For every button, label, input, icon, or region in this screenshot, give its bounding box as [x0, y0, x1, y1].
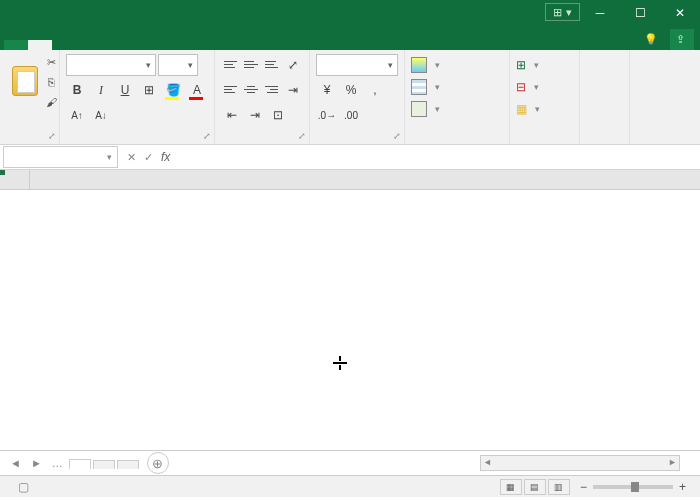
dialog-launcher-icon[interactable]: ⤢	[203, 131, 211, 141]
format-painter-button[interactable]: 🖌	[42, 94, 60, 110]
page-break-view-button[interactable]: ▥	[548, 479, 570, 495]
formula-bar[interactable]	[178, 147, 700, 167]
align-middle-button[interactable]	[241, 54, 260, 74]
share-button[interactable]: ⇪	[670, 29, 694, 50]
align-right-button[interactable]	[262, 79, 281, 99]
number-format-combo[interactable]: ▾	[316, 54, 398, 76]
normal-view-button[interactable]: ▦	[500, 479, 522, 495]
delete-cells-button[interactable]: ⊟▾	[516, 76, 573, 98]
tab-formulas[interactable]	[100, 40, 124, 50]
sheet-tab-active[interactable]	[69, 459, 91, 470]
underline-button[interactable]: U	[114, 79, 136, 101]
tab-file[interactable]	[4, 40, 28, 50]
group-editing	[580, 50, 630, 144]
phonetic-button[interactable]	[114, 104, 136, 126]
fill-color-button[interactable]: 🪣	[162, 79, 184, 101]
group-label	[66, 140, 208, 142]
new-sheet-button[interactable]: ⊕	[147, 452, 169, 474]
dialog-launcher-icon[interactable]: ⤢	[393, 131, 401, 141]
tab-page-layout[interactable]	[76, 40, 100, 50]
decrease-decimal-button[interactable]: .00	[340, 104, 362, 126]
cell-styles-button[interactable]: ▾	[411, 98, 503, 120]
group-label	[516, 140, 573, 142]
sheet-nav-more[interactable]: …	[48, 457, 67, 469]
tab-insert[interactable]	[52, 40, 76, 50]
ribbon-tabs: 💡 ⇪	[0, 25, 700, 50]
cut-button[interactable]: ✂	[42, 54, 60, 70]
bold-button[interactable]: B	[66, 79, 88, 101]
macro-record-icon[interactable]: ▢	[18, 480, 29, 494]
bulb-icon: 💡	[644, 33, 658, 46]
group-label	[6, 140, 53, 142]
font-size-combo[interactable]: ▾	[158, 54, 198, 76]
formula-bar-row: ▾ ✕ ✓ fx	[0, 145, 700, 170]
maximize-button[interactable]: ☐	[620, 0, 660, 25]
sheet-nav-next[interactable]: ►	[27, 457, 46, 469]
tab-developer[interactable]	[196, 40, 220, 50]
group-font: ▾ ▾ B I U ⊞ 🪣 A A↑ A↓ ⤢	[60, 50, 215, 144]
close-button[interactable]: ✕	[660, 0, 700, 25]
align-left-button[interactable]	[221, 79, 240, 99]
sheet-tab-sheet4[interactable]	[93, 460, 115, 469]
fx-icon[interactable]: fx	[161, 150, 170, 164]
group-styles: ▾ ▾ ▾	[405, 50, 510, 144]
zoom-out-button[interactable]: −	[580, 480, 587, 494]
group-clipboard: ✂ ⎘ 🖌 ⤢	[0, 50, 60, 144]
worksheet-grid[interactable]	[0, 170, 700, 450]
tab-home[interactable]	[28, 40, 52, 50]
group-label	[316, 140, 398, 142]
format-cells-button[interactable]: ▦▾	[516, 98, 573, 120]
paste-button[interactable]	[6, 54, 44, 109]
page-layout-view-button[interactable]: ▤	[524, 479, 546, 495]
group-cells: ⊞▾ ⊟▾ ▦▾	[510, 50, 580, 144]
decrease-indent-button[interactable]: ⇤	[221, 104, 243, 126]
sheet-tab-bar: ◄ ► … ⊕	[0, 450, 700, 475]
orientation-button[interactable]: ⤢	[282, 54, 303, 76]
align-center-button[interactable]	[241, 79, 260, 99]
cells-area[interactable]	[30, 190, 700, 450]
select-all-corner[interactable]	[0, 170, 30, 190]
name-box[interactable]: ▾	[3, 146, 118, 168]
zoom-slider[interactable]	[593, 485, 673, 489]
format-as-table-button[interactable]: ▾	[411, 76, 503, 98]
group-label	[411, 140, 503, 142]
ribbon-display-options[interactable]: ⊞ ▾	[545, 3, 580, 21]
tab-view[interactable]	[172, 40, 196, 50]
comma-button[interactable]: ,	[364, 79, 386, 101]
ribbon: ✂ ⎘ 🖌 ⤢ ▾ ▾ B I U ⊞ 🪣 A A↑ A↓ ⤢	[0, 50, 700, 145]
horizontal-scrollbar[interactable]	[480, 455, 680, 471]
insert-cells-button[interactable]: ⊞▾	[516, 54, 573, 76]
dialog-launcher-icon[interactable]: ⤢	[298, 131, 306, 141]
minimize-button[interactable]: ─	[580, 0, 620, 25]
clipboard-icon	[12, 66, 38, 96]
zoom-control[interactable]: − +	[580, 480, 692, 494]
copy-button[interactable]: ⎘	[42, 74, 60, 90]
align-bottom-button[interactable]	[262, 54, 281, 74]
tab-data[interactable]	[124, 40, 148, 50]
italic-button[interactable]: I	[90, 79, 112, 101]
tab-review[interactable]	[148, 40, 172, 50]
wrap-text-button[interactable]: ⇥	[282, 79, 303, 101]
align-top-button[interactable]	[221, 54, 240, 74]
increase-indent-button[interactable]: ⇥	[244, 104, 266, 126]
decrease-font-button[interactable]: A↓	[90, 104, 112, 126]
column-headers[interactable]	[30, 170, 700, 190]
merge-button[interactable]: ⊡	[267, 104, 289, 126]
cancel-icon[interactable]: ✕	[127, 151, 136, 164]
increase-font-button[interactable]: A↑	[66, 104, 88, 126]
zoom-in-button[interactable]: +	[679, 480, 686, 494]
conditional-formatting-button[interactable]: ▾	[411, 54, 503, 76]
border-button[interactable]: ⊞	[138, 79, 160, 101]
font-name-combo[interactable]: ▾	[66, 54, 156, 76]
title-bar: ⊞ ▾ ─ ☐ ✕	[0, 0, 700, 25]
sheet-nav-prev[interactable]: ◄	[6, 457, 25, 469]
enter-icon[interactable]: ✓	[144, 151, 153, 164]
group-alignment: ⤢ ⇥ ⇤ ⇥ ⊡ ⤢	[215, 50, 310, 144]
percent-button[interactable]: %	[340, 79, 362, 101]
increase-decimal-button[interactable]: .0→	[316, 104, 338, 126]
font-color-button[interactable]: A	[186, 79, 208, 101]
dialog-launcher-icon[interactable]: ⤢	[48, 131, 56, 141]
accounting-button[interactable]: ¥	[316, 79, 338, 101]
sheet-tab-sheet5[interactable]	[117, 460, 139, 469]
status-bar: ▢ ▦ ▤ ▥ − +	[0, 475, 700, 497]
